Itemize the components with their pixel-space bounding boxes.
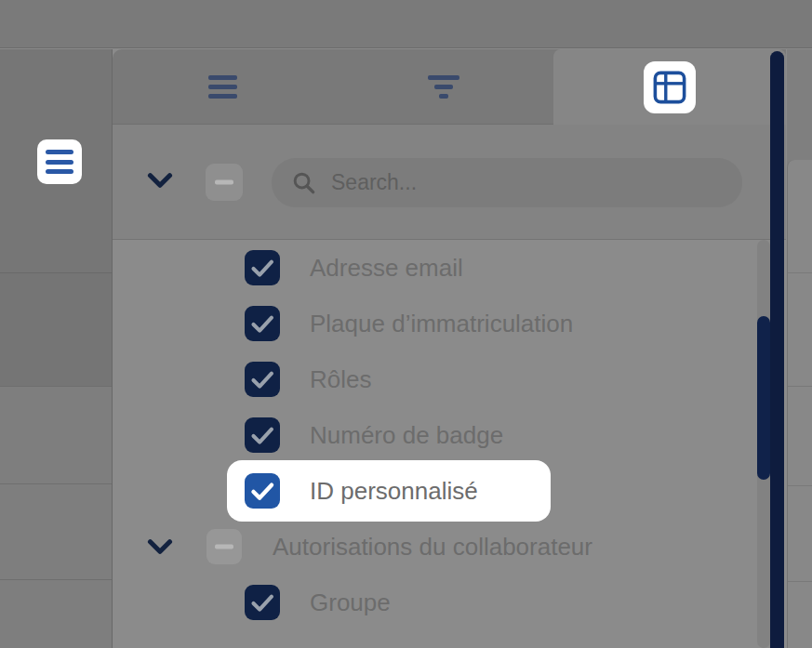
checkbox-checked[interactable] — [245, 362, 280, 397]
filter-sort-icon — [428, 75, 459, 99]
checkbox-checked[interactable] — [245, 585, 280, 620]
hamburger-menu-icon — [46, 150, 73, 154]
checkbox-checked[interactable] — [245, 306, 280, 341]
checkmark-icon — [245, 306, 280, 341]
tree-row-roles[interactable]: Rôles — [113, 351, 786, 407]
checkmark-icon — [245, 362, 280, 397]
tree-row-badge[interactable]: Numéro de badge — [113, 407, 786, 463]
tree-item-label: Groupe — [310, 575, 391, 630]
checkmark-icon — [245, 417, 280, 453]
page-right-edge — [787, 49, 812, 648]
chevron-down-icon[interactable] — [147, 536, 173, 557]
checkbox-checked[interactable] — [245, 417, 280, 453]
background-table-card — [787, 160, 812, 648]
select-all-checkbox[interactable] — [206, 164, 243, 201]
tree-item-label: ID personnalisé — [310, 463, 478, 519]
screen: Search... Adresse email Plaque d’immatri… — [0, 0, 812, 648]
tree-item-label: Adresse email — [310, 240, 463, 296]
table-header-cell — [0, 272, 112, 386]
tree-item-label: Plaque d’immatriculation — [310, 296, 573, 351]
checkmark-icon — [245, 473, 280, 509]
search-input[interactable]: Search... — [272, 158, 742, 207]
search-icon — [291, 170, 316, 195]
tree-row-autorisations[interactable]: Autorisations du collaborateur — [113, 519, 786, 575]
tab-filters[interactable] — [333, 49, 553, 125]
chevron-down-icon[interactable] — [147, 170, 173, 191]
tree-row-plaque[interactable]: Plaque d’immatriculation — [113, 296, 786, 351]
column-picker-panel: Search... Adresse email Plaque d’immatri… — [113, 49, 786, 648]
checkmark-icon — [245, 585, 280, 620]
panel-search-row: Search... — [113, 125, 786, 240]
table-row — [0, 579, 112, 648]
checkmark-icon — [245, 250, 280, 285]
tab-menu[interactable] — [113, 49, 333, 125]
list-scrollbar-thumb[interactable] — [757, 316, 770, 480]
panel-tabbar — [113, 49, 786, 125]
table-left-column — [0, 49, 113, 648]
sidebar-menu-button[interactable] — [37, 139, 82, 184]
columns-tab-highlight[interactable] — [644, 61, 696, 113]
tab-columns[interactable] — [553, 49, 786, 125]
page-top-bar — [0, 0, 812, 48]
checkbox-checked[interactable] — [245, 250, 280, 285]
table-row — [0, 483, 112, 579]
table-row — [0, 386, 112, 483]
search-placeholder: Search... — [331, 158, 417, 206]
tree-row-adresse-email[interactable]: Adresse email — [113, 240, 786, 296]
tree-item-label: Rôles — [310, 351, 371, 407]
checkbox-checked[interactable] — [245, 473, 280, 509]
columns-tree-list: Adresse email Plaque d’immatriculation R… — [113, 240, 786, 648]
tree-item-label: Numéro de badge — [310, 407, 503, 463]
tree-row-groupe[interactable]: Groupe — [113, 575, 786, 630]
table-columns-icon — [652, 70, 687, 105]
panel-scrollbar[interactable] — [770, 51, 784, 648]
checkbox-indeterminate[interactable] — [206, 529, 242, 564]
tree-group-label: Autorisations du collaborateur — [273, 519, 592, 575]
hamburger-menu-icon — [208, 75, 237, 99]
tree-row-id-personnalise[interactable]: ID personnalisé — [113, 463, 786, 519]
